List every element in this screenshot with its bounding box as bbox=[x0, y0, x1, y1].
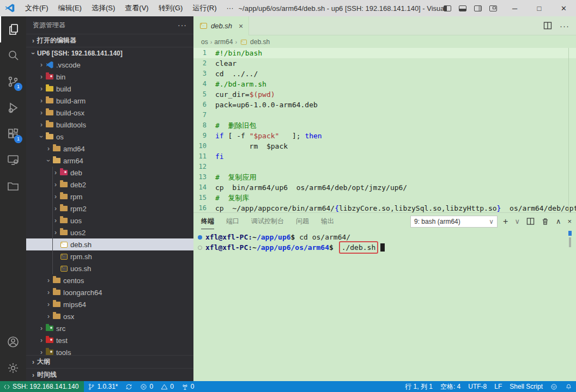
split-editor-icon[interactable] bbox=[543, 21, 552, 30]
terminal-selector[interactable]: 9: bash (arm64) ∨ bbox=[410, 216, 498, 228]
menu-file[interactable]: 文件(F) bbox=[20, 0, 53, 16]
close-button[interactable]: ✕ bbox=[551, 0, 576, 16]
breadcrumb-item-deb-sh[interactable]: deb.sh bbox=[250, 38, 270, 46]
code-line-15[interactable]: 15# 复制库 bbox=[193, 193, 576, 203]
menu-selection[interactable]: 选择(S) bbox=[87, 0, 120, 16]
toggle-panel-icon[interactable] bbox=[459, 5, 466, 11]
code-line-8[interactable]: 8# 删除旧包 bbox=[193, 120, 576, 131]
chevron-right-icon[interactable]: › bbox=[45, 301, 52, 308]
code-line-12[interactable]: 12 bbox=[193, 162, 576, 172]
tree-item-src[interactable]: ›src bbox=[26, 322, 193, 334]
tree-item-deb-sh[interactable]: deb.sh bbox=[26, 238, 193, 250]
toggle-secondary-sidebar-icon[interactable] bbox=[474, 5, 482, 11]
chevron-right-icon[interactable]: › bbox=[38, 73, 45, 81]
editor-more-actions-icon[interactable]: ··· bbox=[560, 21, 569, 30]
breadcrumb-item-os[interactable]: os bbox=[201, 38, 208, 46]
panel-tab-output[interactable]: 输出 bbox=[321, 213, 334, 229]
code-line-11[interactable]: 11fi bbox=[193, 151, 576, 162]
tree-item-rpm-sh[interactable]: rpm.sh bbox=[26, 250, 193, 262]
tree-item--vscode[interactable]: ›.vscode bbox=[26, 59, 193, 71]
chevron-right-icon[interactable]: › bbox=[45, 313, 52, 320]
code-line-6[interactable]: 6pack=up6-1.0.0-arm64.deb bbox=[193, 100, 576, 110]
chevron-right-icon[interactable]: › bbox=[38, 324, 45, 332]
status-encoding[interactable]: UTF-8 bbox=[464, 381, 490, 392]
code-line-3[interactable]: 3cd ../../ bbox=[193, 69, 576, 79]
code-line-7[interactable]: 7 bbox=[193, 110, 576, 120]
status-cursor-position[interactable]: 行 1, 列 1 bbox=[401, 381, 436, 392]
command-pending-decoration-icon[interactable] bbox=[198, 246, 202, 250]
status-notifications[interactable] bbox=[561, 381, 576, 392]
menu-goto[interactable]: 转到(G) bbox=[154, 0, 188, 16]
panel-tab-debug-console[interactable]: 调试控制台 bbox=[251, 213, 284, 229]
customize-layout-icon[interactable] bbox=[489, 5, 497, 11]
chevron-right-icon[interactable]: › bbox=[52, 181, 59, 188]
activitybar-search[interactable] bbox=[0, 42, 26, 69]
chevron-right-icon[interactable]: › bbox=[52, 169, 59, 176]
tree-item-uos2[interactable]: ›uos2 bbox=[26, 226, 193, 238]
outline-section[interactable]: › 大纲 bbox=[26, 355, 193, 368]
timeline-section[interactable]: › 时间线 bbox=[26, 368, 193, 381]
code-line-2[interactable]: 2clear bbox=[193, 58, 576, 69]
tree-item-uos-sh[interactable]: uos.sh bbox=[26, 262, 193, 274]
tree-item-build-arm[interactable]: ›build-arm bbox=[26, 95, 193, 107]
activitybar-run-and-debug[interactable] bbox=[0, 95, 26, 121]
code-line-4[interactable]: 4#./bd-arm.sh bbox=[193, 79, 576, 89]
new-terminal-dropdown-icon[interactable]: ∨ bbox=[514, 217, 520, 225]
close-panel-icon[interactable]: × bbox=[567, 217, 572, 225]
tree-item-deb2[interactable]: ›deb2 bbox=[26, 179, 193, 191]
panel-tab-terminal[interactable]: 终端 bbox=[201, 213, 214, 229]
tree-item-arm64[interactable]: ›arm64 bbox=[26, 155, 193, 167]
editor-scrollbar[interactable] bbox=[568, 48, 569, 212]
status-sync[interactable] bbox=[122, 381, 136, 392]
tree-item-bin[interactable]: ›bin bbox=[26, 71, 193, 83]
open-editors-section[interactable]: › 打开的编辑器 bbox=[26, 34, 193, 47]
toggle-sidebar-icon[interactable] bbox=[444, 5, 451, 11]
maximize-panel-icon[interactable]: ∧ bbox=[556, 217, 561, 225]
chevron-right-icon[interactable]: › bbox=[45, 277, 52, 284]
chevron-right-icon[interactable]: › bbox=[45, 289, 52, 296]
menu-edit[interactable]: 编辑(E) bbox=[53, 0, 87, 16]
command-success-decoration-icon[interactable] bbox=[198, 235, 202, 240]
minimize-button[interactable]: ─ bbox=[502, 0, 527, 16]
workspace-root[interactable]: › UP6 [SSH: 192.168.141.140] bbox=[26, 47, 193, 59]
explorer-more-actions-icon[interactable]: ··· bbox=[178, 21, 187, 29]
kill-terminal-icon[interactable] bbox=[541, 217, 549, 225]
terminal-scrollbar[interactable] bbox=[569, 237, 571, 247]
chevron-right-icon[interactable]: › bbox=[52, 205, 59, 212]
chevron-right-icon[interactable]: › bbox=[45, 145, 52, 152]
menu-view[interactable]: 查看(V) bbox=[120, 0, 153, 16]
status-warnings[interactable]: 0 bbox=[157, 381, 178, 392]
panel-tab-problems[interactable]: 问题 bbox=[296, 213, 309, 229]
panel-tab-ports[interactable]: 端口 bbox=[226, 213, 239, 229]
status-errors[interactable]: 0 bbox=[136, 381, 157, 392]
tree-item-tools[interactable]: ›tools bbox=[26, 346, 193, 355]
tree-item-buildtools[interactable]: ›buildtools bbox=[26, 119, 193, 131]
status-language-mode[interactable]: Shell Script bbox=[506, 381, 547, 392]
menu-run[interactable]: 运行(R) bbox=[187, 0, 221, 16]
status-ports-forwarded[interactable]: 0 bbox=[178, 381, 198, 392]
tree-item-amd64[interactable]: ›amd64 bbox=[26, 143, 193, 155]
new-terminal-icon[interactable]: + bbox=[503, 217, 508, 226]
status-feedback[interactable] bbox=[547, 381, 561, 392]
tree-item-centos[interactable]: ›centos bbox=[26, 274, 193, 286]
code-line-16[interactable]: 16cp ~/app/appcore/bin/arm64/{libzyCore.… bbox=[193, 203, 576, 212]
tree-item-build-osx[interactable]: ›build-osx bbox=[26, 107, 193, 119]
activitybar-accounts[interactable] bbox=[0, 329, 26, 355]
chevron-down-icon[interactable]: › bbox=[38, 133, 45, 140]
chevron-right-icon[interactable]: › bbox=[52, 193, 59, 200]
chevron-right-icon[interactable]: › bbox=[38, 61, 45, 69]
tree-item-loongarch64[interactable]: ›loongarch64 bbox=[26, 286, 193, 298]
tree-item-rpm2[interactable]: ›rpm2 bbox=[26, 203, 193, 215]
terminal[interactable]: xfl@xfl-PC:~/app/up6$ cd os/arm64/xfl@xf… bbox=[193, 230, 576, 253]
chevron-right-icon[interactable]: › bbox=[38, 85, 45, 93]
status-indentation[interactable]: 空格: 4 bbox=[436, 381, 464, 392]
activitybar-remote-explorer[interactable] bbox=[0, 147, 26, 173]
tree-item-build[interactable]: ›build bbox=[26, 83, 193, 95]
status-remote[interactable]: SSH: 192.168.141.140 bbox=[0, 381, 84, 392]
maximize-button[interactable]: □ bbox=[527, 0, 551, 16]
code-line-9[interactable]: 9if [ -f "$pack" ]; then bbox=[193, 131, 576, 141]
tree-item-rpm[interactable]: ›rpm bbox=[26, 191, 193, 203]
chevron-right-icon[interactable]: › bbox=[38, 109, 45, 117]
status-git-branch[interactable]: 1.0.31* bbox=[84, 381, 122, 392]
tab-deb-sh[interactable]: deb.sh × bbox=[193, 16, 249, 35]
